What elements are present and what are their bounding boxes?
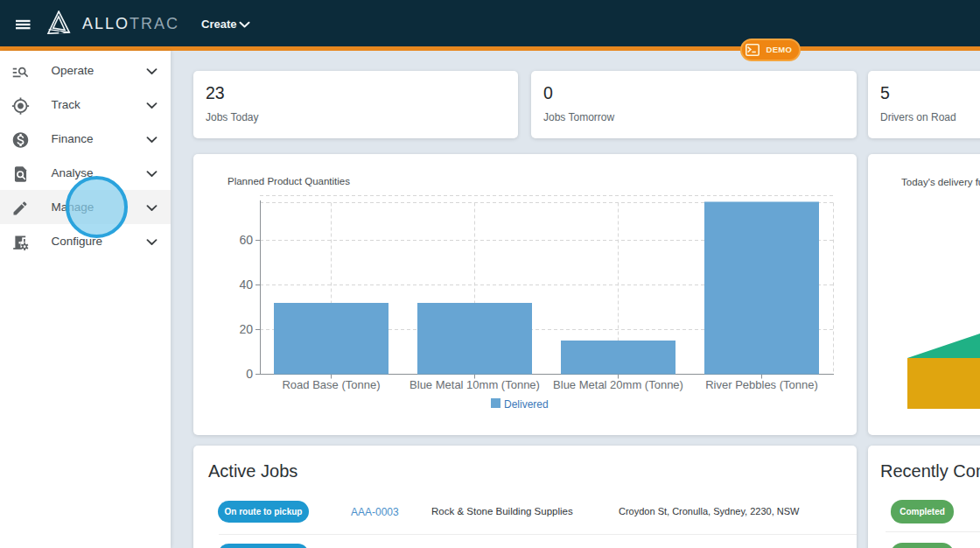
svg-text:0: 0 bbox=[246, 367, 253, 381]
svg-text:40: 40 bbox=[239, 278, 253, 292]
svg-text:20: 20 bbox=[239, 322, 253, 336]
svg-text:Blue Metal 10mm (Tonne): Blue Metal 10mm (Tonne) bbox=[410, 378, 540, 391]
svg-text:60: 60 bbox=[239, 233, 253, 247]
svg-text:Blue Metal 20mm (Tonne): Blue Metal 20mm (Tonne) bbox=[553, 378, 683, 391]
svg-text:Delivered: Delivered bbox=[504, 398, 549, 411]
svg-text:River Pebbles (Tonne): River Pebbles (Tonne) bbox=[705, 378, 818, 391]
svg-text:Road Base (Tonne): Road Base (Tonne) bbox=[282, 378, 380, 391]
